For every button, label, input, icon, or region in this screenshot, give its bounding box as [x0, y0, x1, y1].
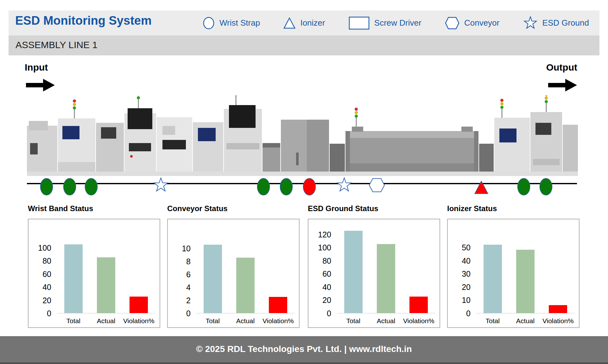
bar-total: [344, 231, 363, 313]
legend-item-screw-driver: Screw Driver: [349, 16, 421, 30]
y-tick-label: 40: [448, 257, 471, 265]
y-tick-label: 50: [448, 243, 471, 252]
bar-violation: [549, 305, 567, 313]
chart-wrist-band-status: Wrist Band Status020406080100TotalActual…: [28, 204, 160, 329]
marker-circle-ok: [40, 178, 53, 196]
x-category-label: Total: [476, 317, 509, 325]
bars-region: [196, 240, 294, 313]
legend-label: Screw Driver: [374, 18, 421, 28]
marker-circle-ok: [85, 178, 98, 196]
x-category-label: Total: [57, 317, 90, 325]
footer-edge: [0, 362, 608, 364]
marker-circle-ok: [63, 178, 76, 196]
bar-actual: [97, 257, 115, 313]
bar-violation: [130, 297, 148, 313]
page-title: ESD Monitoring System: [15, 14, 152, 28]
input-label: Input: [25, 62, 48, 73]
x-category-label: Violation%: [402, 317, 435, 325]
y-tick-label: 100: [308, 243, 331, 252]
marker-circle-ok: [539, 178, 553, 196]
hexagon-icon: [445, 17, 459, 29]
marker-circle-violation: [303, 178, 316, 196]
y-tick-label: 6: [168, 270, 191, 279]
y-axis-ticks: 0246810: [168, 241, 194, 313]
bar-actual: [516, 250, 535, 313]
chart-plot-area: 01020304050TotalActualViolation%: [447, 219, 580, 328]
x-axis-labels: TotalActualViolation%: [337, 317, 435, 325]
y-tick-label: 80: [28, 257, 51, 265]
x-category-label: Actual: [90, 317, 122, 325]
y-tick-label: 2: [168, 296, 191, 304]
y-tick-label: 0: [28, 309, 51, 317]
y-tick-label: 4: [168, 283, 191, 292]
y-tick-label: 20: [28, 296, 51, 304]
y-tick-label: 0: [308, 309, 331, 317]
assembly-line-bar: ASSEMBLY LINE 1: [9, 35, 599, 55]
chart-plot-area: 0246810TotalActualViolation%: [167, 219, 300, 328]
chart-ionizer-status: Ionizer Status01020304050TotalActualViol…: [447, 204, 580, 329]
y-tick-label: 120: [308, 230, 331, 239]
y-tick-label: 10: [168, 244, 191, 253]
bar-actual: [377, 244, 395, 313]
chart-plot-area: 020406080100TotalActualViolation%: [28, 219, 160, 328]
x-category-label: Actual: [509, 317, 542, 325]
bars-region: [476, 239, 574, 313]
x-category-label: Total: [196, 317, 229, 325]
marker-triangle-violation: [474, 180, 489, 194]
legend-item-wrist-strap: Wrist Strap: [203, 16, 260, 30]
y-tick-label: 8: [168, 257, 191, 266]
legend-item-conveyor: Conveyor: [445, 17, 499, 29]
bar-total: [64, 244, 83, 313]
shape-legend: Wrist StrapIonizerScrew DriverConveyorES…: [203, 10, 589, 35]
bar-actual: [236, 258, 255, 313]
output-arrow-icon: [548, 78, 577, 92]
chart-title: Ionizer Status: [447, 204, 580, 219]
x-axis-labels: TotalActualViolation%: [57, 317, 155, 325]
bar-total: [204, 245, 222, 313]
y-axis-ticks: 020406080100: [28, 240, 54, 313]
marker-circle-ok: [280, 178, 293, 196]
x-category-label: Actual: [229, 317, 262, 325]
y-tick-label: 20: [308, 296, 331, 304]
bar-violation: [269, 297, 287, 313]
y-axis-ticks: 01020304050: [448, 240, 474, 313]
assembly-line-title: ASSEMBLY LINE 1: [16, 40, 599, 50]
chart-esd-ground-status: ESD Ground Status020406080100120TotalAct…: [308, 204, 440, 329]
y-tick-label: 80: [308, 257, 331, 265]
marker-star-outline: [153, 177, 169, 193]
output-label: Output: [546, 62, 577, 73]
legend-item-esd-ground: ESD Ground: [523, 16, 589, 30]
assembly-track-line: [27, 183, 577, 184]
x-category-label: Violation%: [123, 317, 155, 325]
y-tick-label: 20: [448, 283, 471, 291]
y-tick-label: 0: [448, 309, 471, 317]
legend-label: Conveyor: [464, 18, 499, 28]
x-axis-labels: TotalActualViolation%: [196, 317, 294, 325]
footer-text: © 2025 RDL Technologies Pvt. Ltd. | www.…: [0, 336, 608, 362]
x-category-label: Actual: [370, 317, 402, 325]
marker-hexagon-outline: [369, 178, 385, 192]
x-category-label: Total: [337, 317, 370, 325]
circle-icon: [203, 16, 215, 30]
legend-label: Wrist Strap: [219, 18, 260, 28]
triangle-icon: [283, 17, 295, 29]
legend-label: ESD Ground: [542, 18, 589, 28]
marker-circle-ok: [257, 178, 270, 196]
y-tick-label: 40: [308, 283, 331, 291]
y-tick-label: 10: [448, 296, 471, 304]
assembly-line-illustration: [27, 96, 578, 177]
chart-plot-area: 020406080100120TotalActualViolation%: [308, 219, 440, 328]
rectangle-icon: [349, 16, 370, 30]
chart-title: Wrist Band Status: [28, 204, 160, 219]
marker-circle-ok: [517, 178, 530, 196]
x-category-label: Violation%: [542, 317, 574, 325]
x-axis-labels: TotalActualViolation%: [476, 317, 574, 325]
y-tick-label: 40: [28, 283, 51, 291]
bar-violation: [409, 297, 428, 313]
marker-star-outline: [336, 177, 352, 193]
bars-region: [337, 228, 435, 313]
chart-title: ESD Ground Status: [308, 204, 440, 219]
y-tick-label: 0: [168, 309, 191, 317]
legend-label: Ionizer: [300, 18, 325, 28]
y-tick-label: 100: [28, 244, 51, 252]
